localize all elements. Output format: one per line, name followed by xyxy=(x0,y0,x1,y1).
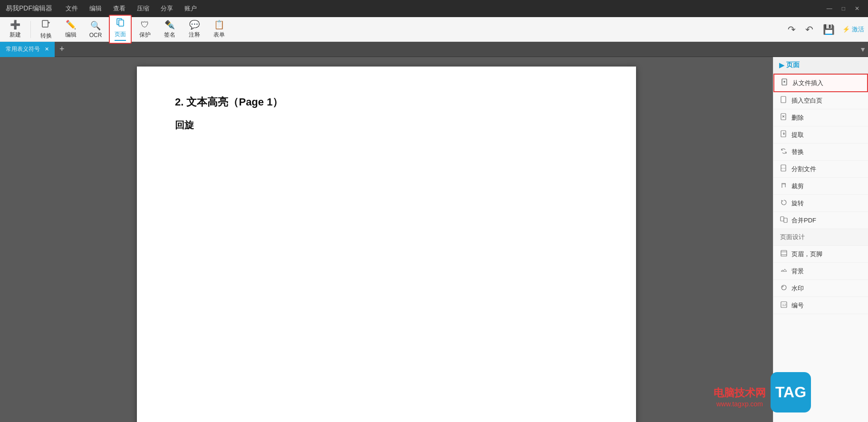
right-panel: ▶ 页面 从文件插入 插入空白页 xyxy=(773,57,868,422)
panel-item-background[interactable]: 背景 xyxy=(773,263,868,280)
menu-share[interactable]: 分享 xyxy=(161,4,173,13)
panel-item-watermark[interactable]: 水印 xyxy=(773,280,868,297)
tool-sign-label: 签名 xyxy=(164,31,175,39)
tool-comment-label: 注释 xyxy=(189,31,200,39)
comment-icon: 💬 xyxy=(189,19,200,30)
menu-view[interactable]: 查看 xyxy=(113,4,125,13)
toolbar: ➕ 新建 转换 ✏️ 编辑 🔍 OCR 页面 🛡 xyxy=(0,17,868,42)
form-icon: 📋 xyxy=(214,19,224,30)
rotate-icon xyxy=(780,199,788,208)
save-button[interactable]: 💾 xyxy=(821,22,837,37)
activate-icon: ⚡ xyxy=(842,26,850,33)
page-tab-underline xyxy=(115,40,126,41)
panel-item-replace[interactable]: 替换 xyxy=(773,144,868,161)
tab-symbols[interactable]: 常用表义符号 ✕ xyxy=(0,42,55,57)
pdf-subheading: 回旋 xyxy=(175,119,598,132)
background-label: 背景 xyxy=(791,267,804,276)
merge-icon xyxy=(780,216,788,225)
menu-file[interactable]: 文件 xyxy=(66,4,78,13)
tool-ocr-label: OCR xyxy=(89,32,102,38)
pdf-heading: 2. 文本高亮（Page 1） xyxy=(175,95,598,109)
menu-edit[interactable]: 编辑 xyxy=(89,4,102,13)
tool-convert[interactable]: 转换 xyxy=(35,17,58,42)
page-icon xyxy=(116,18,125,29)
header-footer-icon xyxy=(780,249,788,259)
convert-icon xyxy=(41,19,51,31)
panel-item-insert-blank[interactable]: 插入空白页 xyxy=(773,92,868,109)
watermark-label: 水印 xyxy=(791,284,804,293)
undo-button[interactable]: ↶ xyxy=(803,22,815,37)
panel-item-split[interactable]: 分割文件 xyxy=(773,161,868,178)
panel-item-header-footer[interactable]: 页眉，页脚 xyxy=(773,246,868,263)
activate-button[interactable]: ⚡ 激活 xyxy=(842,25,864,34)
window-controls: — □ ✕ xyxy=(824,4,862,13)
replace-label: 替换 xyxy=(791,148,804,156)
svg-rect-8 xyxy=(781,217,784,221)
tool-edit[interactable]: ✏️ 编辑 xyxy=(59,18,82,41)
tool-edit-label: 编辑 xyxy=(65,31,77,39)
section-title-label: 页面 xyxy=(786,61,800,69)
svg-rect-10 xyxy=(781,250,787,256)
svg-rect-2 xyxy=(119,20,124,26)
panel-item-merge[interactable]: 合并PDF xyxy=(773,212,868,229)
panel-item-extract[interactable]: 提取 xyxy=(773,126,868,144)
close-button[interactable]: ✕ xyxy=(852,4,862,13)
protect-icon: 🛡 xyxy=(141,20,149,30)
number-label: 编号 xyxy=(791,301,804,310)
tool-new[interactable]: ➕ 新建 xyxy=(4,18,27,41)
design-section-label: 页面设计 xyxy=(773,229,868,246)
redo-button[interactable]: ↷ xyxy=(786,22,798,37)
extract-label: 提取 xyxy=(791,131,804,139)
menu-bar: 文件 编辑 查看 压缩 分享 账户 xyxy=(66,4,197,13)
tool-page-label: 页面 xyxy=(115,30,126,38)
minimize-button[interactable]: — xyxy=(824,4,835,13)
insert-file-icon xyxy=(781,78,789,87)
toolbar-right: ↷ ↶ 💾 ⚡ 激活 xyxy=(786,22,864,37)
tool-form[interactable]: 📋 表单 xyxy=(208,18,231,41)
tool-new-label: 新建 xyxy=(10,31,21,39)
tool-ocr[interactable]: 🔍 OCR xyxy=(84,19,107,40)
app-title: 易我PDF编辑器 xyxy=(6,4,52,13)
delete-label: 删除 xyxy=(791,114,804,122)
panel-item-delete[interactable]: 删除 xyxy=(773,109,868,126)
ocr-icon: 🔍 xyxy=(90,20,101,31)
edit-icon: ✏️ xyxy=(66,19,76,30)
replace-icon xyxy=(780,147,788,156)
insert-blank-icon xyxy=(780,96,788,105)
triangle-icon: ▶ xyxy=(779,61,784,69)
svg-rect-0 xyxy=(42,20,48,27)
svg-rect-4 xyxy=(781,96,786,103)
tool-form-label: 表单 xyxy=(213,31,225,39)
pdf-area[interactable]: 2. 文本高亮（Page 1） 回旋 xyxy=(0,57,773,422)
header-footer-label: 页眉，页脚 xyxy=(791,250,822,259)
menu-compress[interactable]: 压缩 xyxy=(137,4,149,13)
menu-account[interactable]: 账户 xyxy=(184,4,197,13)
toolbar-separator-1 xyxy=(30,21,31,38)
panel-item-insert-file[interactable]: 从文件插入 xyxy=(773,74,868,92)
tab-add-button[interactable]: + xyxy=(55,44,69,54)
tool-sign[interactable]: ✒️ 签名 xyxy=(158,18,181,41)
crop-icon xyxy=(780,182,788,191)
tool-comment[interactable]: 💬 注释 xyxy=(183,18,206,41)
tag-label: TAG xyxy=(775,384,806,401)
sign-icon: ✒️ xyxy=(164,19,175,30)
tool-protect[interactable]: 🛡 保护 xyxy=(134,18,156,41)
split-label: 分割文件 xyxy=(791,165,816,173)
tag-badge: TAG xyxy=(771,372,811,412)
panel-item-rotate[interactable]: 旋转 xyxy=(773,195,868,212)
insert-blank-label: 插入空白页 xyxy=(791,96,822,105)
tab-scroll-right[interactable]: ▼ xyxy=(859,46,866,53)
tool-page[interactable]: 页面 xyxy=(109,15,132,44)
merge-label: 合并PDF xyxy=(791,216,816,225)
panel-item-number[interactable]: 12 编号 xyxy=(773,297,868,314)
number-icon: 12 xyxy=(780,301,788,310)
panel-item-crop[interactable]: 裁剪 xyxy=(773,178,868,195)
tab-label: 常用表义符号 xyxy=(6,45,40,53)
watermark-icon xyxy=(780,284,788,293)
rotate-label: 旋转 xyxy=(791,199,804,208)
tool-protect-label: 保护 xyxy=(139,31,151,39)
background-icon xyxy=(780,267,788,276)
maximize-button[interactable]: □ xyxy=(839,4,848,13)
tab-close-button[interactable]: ✕ xyxy=(45,46,49,52)
extract-icon xyxy=(780,130,788,139)
